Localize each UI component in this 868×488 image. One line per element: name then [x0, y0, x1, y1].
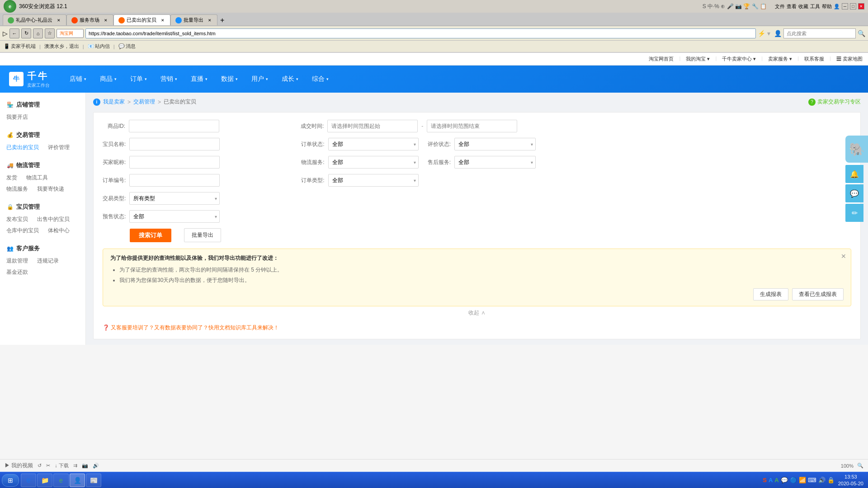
on-sale-link[interactable]: 出售中的宝贝 [37, 216, 70, 223]
seller-service-link[interactable]: 卖家服务 ▾ [768, 56, 792, 62]
home-button[interactable]: ⌂ [33, 28, 43, 38]
date-end-input[interactable] [427, 120, 517, 132]
review-manage-link[interactable]: 评价管理 [48, 144, 70, 151]
help-menu[interactable]: 帮助 [822, 3, 832, 10]
taskbar-app-file[interactable]: 📁 [37, 474, 52, 487]
buyer-name-input[interactable] [129, 156, 220, 169]
new-tab-button[interactable]: + [217, 15, 227, 25]
right-btn-bell[interactable]: 🔔 [845, 165, 863, 183]
notice-close-button[interactable]: ✕ [841, 253, 846, 260]
tab-1-close[interactable]: ✕ [56, 18, 61, 23]
trade-type-select[interactable]: 所有类型 [129, 192, 220, 205]
user-icon[interactable]: 👤 [834, 4, 840, 9]
search-bottom-icon[interactable]: 🔍 [857, 463, 863, 469]
lightning-icon[interactable]: ⚡ [758, 30, 765, 37]
view-report-button[interactable]: 查看已生成报表 [792, 288, 844, 300]
tray-a-icon[interactable]: A [769, 477, 773, 483]
tray-s-icon[interactable]: S [763, 477, 767, 483]
bookmark-message[interactable]: 📧 站内信 [88, 43, 110, 50]
collapse-bar[interactable]: 收起 ∧ [103, 306, 851, 319]
goods-name-input[interactable] [129, 138, 220, 150]
close-button[interactable]: ✕ [858, 3, 864, 9]
nav-live[interactable]: 直播 ▾ [184, 71, 214, 87]
nav-growth[interactable]: 成长 ▾ [275, 71, 305, 87]
right-btn-chat[interactable]: 💬 [845, 184, 863, 202]
seller-learn-link[interactable]: 卖家交易学习专区 [817, 98, 861, 106]
tab-2[interactable]: 服务市场 ✕ [66, 14, 113, 25]
taskbar-app-news[interactable]: 📰 [86, 474, 101, 487]
contact-service-link[interactable]: 联系客服 [804, 56, 824, 62]
tab-3[interactable]: 已卖出的宝贝 ✕ [113, 14, 170, 25]
person-icon[interactable]: 👤 [774, 30, 782, 37]
nav-composite[interactable]: 综合 ▾ [306, 71, 335, 87]
nav-data[interactable]: 数据 ▾ [215, 71, 244, 87]
start-button[interactable]: ⊞ [2, 474, 19, 487]
order-no-input[interactable] [129, 174, 220, 187]
minimize-button[interactable]: ─ [842, 3, 848, 9]
qianniu-center-link[interactable]: 千牛卖家中心 ▾ [722, 56, 756, 62]
breadcrumb-help[interactable]: ? 卖家交易学习专区 [808, 98, 861, 106]
date-start-input[interactable] [327, 120, 418, 132]
elephant-mascot[interactable]: 🐘 [845, 136, 868, 163]
warehouse-link[interactable]: 仓库中的宝贝 [6, 227, 39, 235]
after-sale-select[interactable]: 全部 [454, 156, 536, 169]
my-taobao-link[interactable]: 我的淘宝 ▾ [686, 56, 710, 62]
taskbar-app-person[interactable]: 👤 [70, 474, 85, 487]
tab-2-close[interactable]: ✕ [103, 18, 108, 23]
forward-icon[interactable]: ⇉ [73, 463, 77, 469]
volume-icon[interactable]: 🔊 [93, 463, 99, 469]
tray-a2-icon[interactable]: A [774, 477, 778, 483]
tab-4-close[interactable]: ✕ [207, 18, 212, 23]
view-menu[interactable]: 查看 [787, 3, 797, 10]
maximize-button[interactable]: □ [850, 3, 856, 9]
search-order-button[interactable]: 搜索订单 [130, 229, 171, 242]
logistics-select[interactable]: 全部 [328, 156, 419, 169]
tray-signal-icon[interactable]: 📶 [799, 477, 806, 483]
sold-items-link[interactable]: 已卖出的宝贝 [6, 144, 39, 151]
taobao-home-link[interactable]: 淘宝网首页 [649, 56, 674, 62]
bookmark-news[interactable]: 💬 消息 [118, 43, 136, 50]
knowledge-base-link[interactable]: 又客服要培训了？又有数据表要协同了？快用文档知识库工具来解决！ [111, 324, 279, 331]
tab-1[interactable]: 礼品中心-礼品云 ✕ [3, 14, 66, 25]
eval-status-select[interactable]: 全部 [454, 138, 536, 150]
tray-security-icon[interactable]: 🔒 [827, 477, 835, 483]
bookmark-button[interactable]: ☆ [45, 28, 55, 38]
tray-chat-icon[interactable]: 💬 [781, 477, 788, 483]
presale-select[interactable]: 全部 [129, 210, 220, 223]
violation-link[interactable]: 违规记录 [37, 257, 59, 265]
download-icon[interactable]: ↓ 下载 [55, 462, 69, 469]
collect-menu[interactable]: 收藏 [798, 3, 808, 10]
batch-export-button[interactable]: 批量导出 [184, 228, 221, 242]
logistics-tool-link[interactable]: 物流工具 [26, 174, 48, 182]
tray-bluetooth-icon[interactable]: 🔵 [790, 477, 797, 483]
file-menu[interactable]: 文件 [775, 3, 785, 10]
ship-link[interactable]: 发货 [6, 174, 17, 182]
tools-menu[interactable]: 工具 [810, 3, 820, 10]
nav-goods[interactable]: 商品 ▾ [94, 71, 123, 87]
tray-volume-icon[interactable]: 🔊 [818, 477, 826, 483]
order-type-select[interactable]: 全部 [328, 174, 419, 187]
seller-map-link[interactable]: ☰ 卖家地图 [836, 56, 863, 62]
gen-report-button[interactable]: 生成报表 [753, 288, 788, 300]
refresh-button[interactable]: ↻ [21, 28, 31, 38]
rotate-icon[interactable]: ↺ [38, 463, 42, 469]
nav-order[interactable]: 订单 ▾ [124, 71, 153, 87]
inspection-link[interactable]: 体检中心 [48, 227, 70, 235]
bookmark-location[interactable]: 澳澳水乡，退出 [44, 43, 79, 50]
nav-marketing[interactable]: 营销 ▾ [154, 71, 184, 87]
fund-link[interactable]: 基金还款 [6, 268, 28, 276]
goods-id-input[interactable] [129, 120, 219, 132]
nav-shop[interactable]: 店铺 ▾ [63, 71, 93, 87]
nav-user[interactable]: 用户 ▾ [245, 71, 274, 87]
screenshot-icon[interactable]: 📷 [82, 463, 88, 469]
breadcrumb-home[interactable]: 我是卖家 [103, 98, 125, 106]
express-link[interactable]: 我要寄快递 [37, 185, 64, 193]
tab-3-close[interactable]: ✕ [160, 18, 165, 23]
tray-keyboard-icon[interactable]: ⌨ [808, 477, 816, 483]
browser-search[interactable] [783, 28, 856, 38]
logistics-service-link[interactable]: 物流服务 [6, 185, 28, 193]
expand-button[interactable]: ▷ [3, 30, 8, 37]
publish-link[interactable]: 发布宝贝 [6, 216, 28, 223]
taskbar-app-browser[interactable]: e [53, 474, 69, 487]
bookmark-seller-phone[interactable]: 📱 卖家手机端 [4, 43, 36, 50]
